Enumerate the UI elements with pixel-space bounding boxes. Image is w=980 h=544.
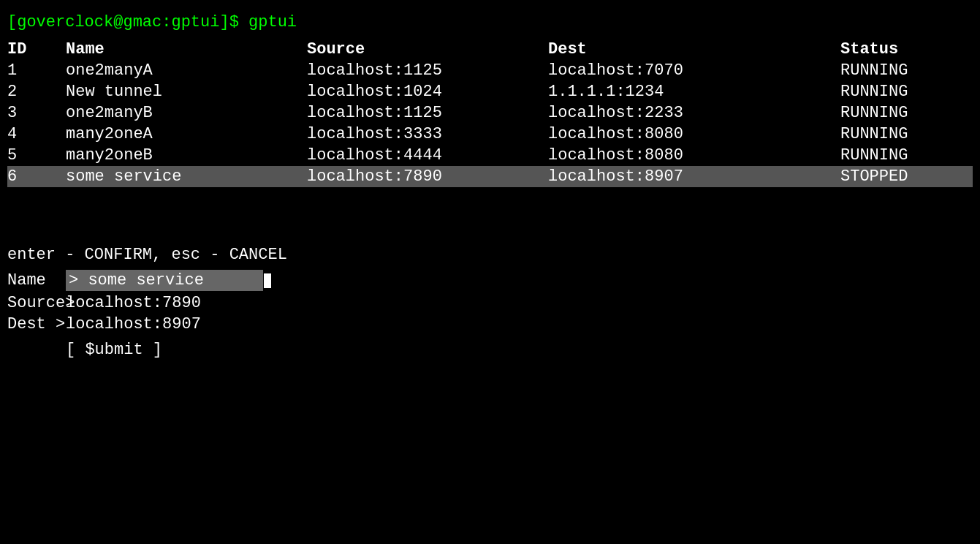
name-label: Name — [7, 271, 66, 290]
cell-source: localhost:1125 — [307, 104, 548, 122]
source-row: Source> localhost:7890 — [7, 294, 973, 312]
cell-status: STOPPED — [840, 167, 973, 186]
cell-status: RUNNING — [840, 104, 973, 122]
table-row[interactable]: 2 New tunnel localhost:1024 1.1.1.1:1234… — [7, 81, 973, 102]
cell-id: 5 — [7, 146, 66, 165]
header-name: Name — [66, 40, 307, 58]
header-id: ID — [7, 40, 66, 58]
name-row: Name > some service — [7, 270, 973, 291]
cell-dest: localhost:8907 — [548, 167, 840, 186]
table-header: ID Name Source Dest Status — [7, 39, 973, 60]
instructions: enter - CONFIRM, esc - CANCEL — [7, 246, 973, 264]
cell-id: 2 — [7, 83, 66, 101]
source-value: localhost:7890 — [66, 294, 201, 312]
header-dest: Dest — [548, 40, 840, 58]
cell-source: localhost:1125 — [307, 61, 548, 80]
cell-id: 1 — [7, 61, 66, 80]
header-source: Source — [307, 40, 548, 58]
cell-id: 6 — [7, 167, 66, 186]
submit-button[interactable]: [ $ubmit ] — [66, 341, 162, 359]
cell-status: RUNNING — [840, 146, 973, 165]
table-row[interactable]: 3 one2manyB localhost:1125 localhost:223… — [7, 102, 973, 124]
cell-source: localhost:7890 — [307, 167, 548, 186]
table-row[interactable]: 6 some service localhost:7890 localhost:… — [7, 166, 973, 187]
cell-status: RUNNING — [840, 125, 973, 143]
cell-name: many2oneB — [66, 146, 307, 165]
table-row[interactable]: 1 one2manyA localhost:1125 localhost:707… — [7, 60, 973, 81]
cell-id: 3 — [7, 104, 66, 122]
dest-label: Dest > — [7, 315, 66, 333]
cell-source: localhost:1024 — [307, 83, 548, 101]
cell-dest: 1.1.1.1:1234 — [548, 83, 840, 101]
cell-id: 4 — [7, 125, 66, 143]
cell-dest: localhost:2233 — [548, 104, 840, 122]
cell-status: RUNNING — [840, 83, 973, 101]
source-input-area: localhost:7890 — [66, 294, 201, 312]
source-label: Source> — [7, 294, 66, 312]
cell-name: New tunnel — [66, 83, 307, 101]
cursor — [264, 273, 271, 288]
cell-status: RUNNING — [840, 61, 973, 80]
terminal: [goverclock@gmac:gptui]$ gptui ID Name S… — [7, 13, 973, 531]
prompt-bracket: [goverclock@gmac:gptui]$ — [7, 13, 239, 31]
dest-row: Dest > localhost:8907 — [7, 315, 973, 333]
cell-name: one2manyA — [66, 61, 307, 80]
name-input-area[interactable]: > some service — [66, 270, 271, 291]
cell-dest: localhost:8080 — [548, 146, 840, 165]
cell-name: many2oneA — [66, 125, 307, 143]
cell-source: localhost:3333 — [307, 125, 548, 143]
form-section: Name > some service Source> localhost:78… — [7, 270, 973, 359]
cell-name: one2manyB — [66, 104, 307, 122]
table-rows: 1 one2manyA localhost:1125 localhost:707… — [7, 60, 973, 187]
header-status: Status — [840, 40, 973, 58]
submit-row: [ $ubmit ] — [7, 341, 973, 359]
cell-dest: localhost:8080 — [548, 125, 840, 143]
spacer — [7, 187, 973, 246]
cell-dest: localhost:7070 — [548, 61, 840, 80]
prompt-command: gptui — [248, 13, 297, 31]
table-row[interactable]: 4 many2oneA localhost:3333 localhost:808… — [7, 124, 973, 145]
cell-source: localhost:4444 — [307, 146, 548, 165]
table-container: ID Name Source Dest Status 1 one2manyA l… — [7, 39, 973, 187]
dest-value: localhost:8907 — [66, 315, 201, 333]
dest-input-area: localhost:8907 — [66, 315, 201, 333]
cell-name: some service — [66, 167, 307, 186]
table-row[interactable]: 5 many2oneB localhost:4444 localhost:808… — [7, 145, 973, 166]
prompt-line: [goverclock@gmac:gptui]$ gptui — [7, 13, 973, 31]
name-input[interactable]: > some service — [66, 270, 263, 291]
